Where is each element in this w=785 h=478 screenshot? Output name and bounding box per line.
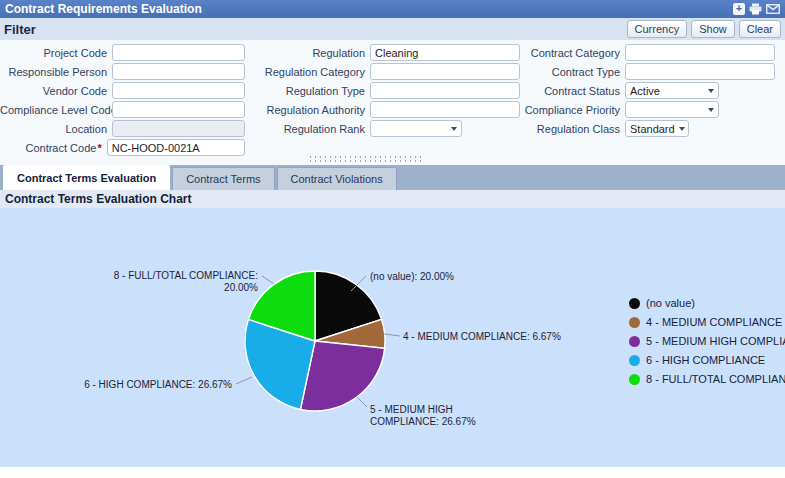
tab-contract-violations[interactable]: Contract Violations	[277, 167, 397, 190]
regulation-category-input[interactable]	[370, 63, 520, 80]
form-row: Project Code	[0, 43, 245, 62]
legend-color-dot	[629, 317, 640, 328]
regulation-category-label: Regulation Category	[245, 66, 370, 78]
chart-legend: (no value) 4 - MEDIUM COMPLIANCE 5 - MED…	[629, 297, 785, 392]
contract-status-value: Active	[630, 85, 660, 97]
compliance-level-code-label: Compliance Level Code	[0, 104, 112, 116]
show-button[interactable]: Show	[691, 20, 735, 38]
contract-category-input[interactable]	[625, 44, 775, 61]
legend-label: 6 - HIGH COMPLIANCE	[646, 354, 765, 366]
label-leader-line	[262, 276, 274, 284]
chevron-down-icon	[708, 108, 714, 112]
chart-section-title: Contract Terms Evaluation Chart	[0, 190, 785, 208]
legend-item: 4 - MEDIUM COMPLIANCE	[629, 316, 785, 328]
legend-item: 5 - MEDIUM HIGH COMPLIANCE	[629, 335, 785, 347]
legend-color-dot	[629, 355, 640, 366]
legend-color-dot	[629, 298, 640, 309]
form-row: Regulation Type	[245, 81, 520, 100]
chevron-down-icon	[679, 127, 685, 131]
regulation-authority-label: Regulation Authority	[245, 104, 370, 116]
responsible-person-label: Responsible Person	[0, 66, 112, 78]
window-title: Contract Requirements Evaluation	[5, 2, 729, 16]
location-input	[112, 120, 245, 137]
form-row: Vendor Code	[0, 81, 245, 100]
form-row: Regulation Rank	[245, 119, 520, 138]
filter-column-1: Project Code Responsible Person Vendor C…	[0, 43, 245, 165]
legend-color-dot	[629, 374, 640, 385]
legend-label: 8 - FULL/TOTAL COMPLIANCE	[646, 373, 785, 385]
tab-contract-terms[interactable]: Contract Terms	[172, 167, 274, 190]
vendor-code-label: Vendor Code	[0, 85, 112, 97]
contract-type-input[interactable]	[625, 63, 775, 80]
contract-status-select[interactable]: Active	[625, 82, 719, 99]
contract-code-input[interactable]: NC-HOOD-0021A	[107, 139, 245, 156]
project-code-input[interactable]	[112, 44, 245, 61]
form-row: Responsible Person	[0, 62, 245, 81]
label-leader-line	[384, 334, 400, 336]
tab-bar: Contract Terms EvaluationContract TermsC…	[0, 165, 785, 190]
regulation-type-input[interactable]	[370, 82, 520, 99]
filter-form: Project Code Responsible Person Vendor C…	[0, 40, 785, 165]
currency-button[interactable]: Currency	[627, 20, 688, 38]
regulation-class-value: Standard	[630, 123, 675, 135]
regulation-type-label: Regulation Type	[245, 85, 370, 97]
form-row: Compliance Level Code	[0, 100, 245, 119]
pie-label-4-medium-compliance: 4 - MEDIUM COMPLIANCE: 6.67%	[403, 331, 561, 343]
regulation-rank-label: Regulation Rank	[245, 123, 370, 135]
chevron-down-icon	[708, 89, 714, 93]
contract-type-label: Contract Type	[520, 66, 625, 78]
filter-column-3: Contract Category Contract Type Contract…	[520, 43, 785, 165]
regulation-class-select[interactable]: Standard	[625, 120, 689, 137]
pie-label-8-full-total-compliance: 8 - FULL/TOTAL COMPLIANCE: 20.00%	[114, 270, 258, 294]
regulation-rank-select[interactable]	[370, 120, 462, 137]
window-titlebar: Contract Requirements Evaluation +	[0, 0, 785, 18]
form-row: Regulation Class Standard	[520, 119, 775, 138]
filter-section-title: Filter	[4, 22, 623, 37]
required-asterisk: *	[97, 142, 101, 154]
filter-header: Filter Currency Show Clear	[0, 18, 785, 40]
legend-label: (no value)	[646, 297, 695, 309]
filter-column-2: Regulation Cleaning Regulation Category …	[245, 43, 520, 165]
regulation-class-label: Regulation Class	[520, 123, 625, 135]
project-code-label: Project Code	[0, 47, 112, 59]
location-label: Location	[0, 123, 112, 135]
legend-color-dot	[629, 336, 640, 347]
regulation-label: Regulation	[245, 47, 370, 59]
printer-icon[interactable]	[749, 3, 762, 15]
contract-status-label: Contract Status	[520, 85, 625, 97]
vendor-code-input[interactable]	[112, 82, 245, 99]
pie-label-5-medium-high-compliance: 5 - MEDIUM HIGH COMPLIANCE: 26.67%	[370, 404, 476, 428]
form-row: Contract Category	[520, 43, 775, 62]
splitter-handle[interactable]	[308, 155, 423, 163]
form-row: Regulation Category	[245, 62, 520, 81]
legend-item: 8 - FULL/TOTAL COMPLIANCE	[629, 373, 785, 385]
form-row: Contract Status Active	[520, 81, 775, 100]
compliance-level-code-input[interactable]	[112, 101, 245, 118]
legend-item: (no value)	[629, 297, 785, 309]
bottom-strip	[0, 467, 785, 478]
pie-chart-area: (no value) 4 - MEDIUM COMPLIANCE 5 - MED…	[0, 208, 785, 467]
contract-category-label: Contract Category	[520, 47, 625, 59]
regulation-input[interactable]: Cleaning	[370, 44, 520, 61]
envelope-icon[interactable]	[766, 4, 780, 14]
legend-label: 4 - MEDIUM COMPLIANCE	[646, 316, 782, 328]
responsible-person-input[interactable]	[112, 63, 245, 80]
legend-item: 6 - HIGH COMPLIANCE	[629, 354, 785, 366]
regulation-authority-input[interactable]	[370, 101, 520, 118]
contract-requirements-evaluation-window: Contract Requirements Evaluation + Filte…	[0, 0, 785, 478]
clear-button[interactable]: Clear	[739, 20, 781, 38]
add-icon[interactable]: +	[733, 3, 745, 15]
pie-label-6-high-compliance: 6 - HIGH COMPLIANCE: 26.67%	[84, 379, 232, 391]
pie-label-no-value: (no value): 20.00%	[370, 271, 454, 283]
compliance-priority-label: Compliance Priority	[520, 104, 625, 116]
label-leader-line	[357, 397, 367, 407]
tab-contract-terms-evaluation[interactable]: Contract Terms Evaluation	[3, 165, 170, 190]
form-row: Contract Code* NC-HOOD-0021A	[0, 138, 245, 157]
form-row: Regulation Authority	[245, 100, 520, 119]
form-row: Regulation Cleaning	[245, 43, 520, 62]
form-row: Contract Type	[520, 62, 775, 81]
form-row: Location	[0, 119, 245, 138]
legend-label: 5 - MEDIUM HIGH COMPLIANCE	[646, 335, 785, 347]
label-leader-line	[236, 377, 252, 384]
compliance-priority-select[interactable]	[625, 101, 719, 118]
